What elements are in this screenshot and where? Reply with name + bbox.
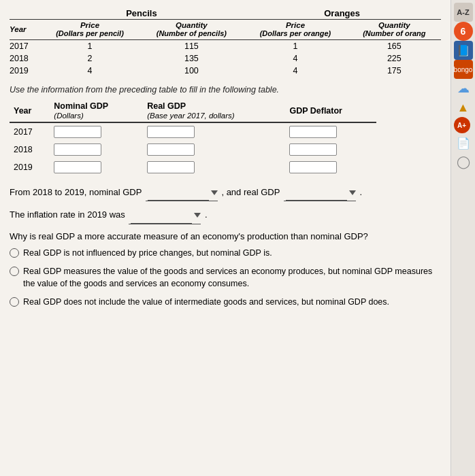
oranges-qty-col-header: Quantity (Number of orang <box>348 20 441 40</box>
gdp-year-header: Year <box>10 100 50 122</box>
radio-circle-icon[interactable] <box>10 248 19 258</box>
oranges-group-header: Oranges <box>243 7 441 20</box>
top-table-row: 2018 2 135 4 225 <box>10 52 441 65</box>
orange-qty-cell: 175 <box>348 65 441 77</box>
orange-price-cell: 4 <box>243 52 347 65</box>
oranges-price-col-header: Price (Dollars per orange) <box>243 20 347 40</box>
pencil-price-cell: 4 <box>40 65 140 77</box>
ap-icon[interactable]: A+ <box>454 117 470 133</box>
cloud-icon[interactable]: ☁ <box>454 79 473 98</box>
gdp-deflator-input[interactable] <box>289 143 337 156</box>
fill-section: From 2018 to 2019, nominal GDP , and rea… <box>10 184 441 224</box>
orange-qty-cell: 225 <box>348 52 441 65</box>
gdp-year-cell: 2017 <box>10 122 50 141</box>
inflation-dropdown[interactable] <box>129 207 201 224</box>
nominal-gdp-input[interactable] <box>54 143 101 156</box>
sentence-inflation: The inflation rate in 2019 was . <box>10 207 441 224</box>
nominal-gdp-input[interactable] <box>54 126 101 138</box>
gdp-table: Year Nominal GDP (Dollars) Real GDP (Bas… <box>10 100 376 176</box>
radio-options: Real GDP is not influenced by price chan… <box>10 247 441 309</box>
year-cell: 2017 <box>10 40 40 53</box>
pencil-price-cell: 1 <box>40 40 140 53</box>
gdp-deflator-cell[interactable] <box>285 158 376 176</box>
real-gdp-cell[interactable] <box>143 158 285 176</box>
year-col-header: Year <box>10 20 40 40</box>
pencil-qty-cell: 135 <box>140 52 243 65</box>
real-gdp-dropdown-btn[interactable] <box>349 190 356 195</box>
gdp-year-cell: 2018 <box>10 141 50 158</box>
radio-option-label: Real GDP is not influenced by price chan… <box>23 247 272 260</box>
nominal-dropdown-arrow-icon <box>211 190 218 195</box>
orange-qty-cell: 165 <box>348 40 441 53</box>
sidebar: A-Z6📘bongo☁▲A+📄◯ <box>451 0 475 476</box>
real-gdp-cell[interactable] <box>143 122 285 141</box>
real-gdp-cell[interactable] <box>143 141 285 158</box>
gdp-table-row: 2018 <box>10 141 376 158</box>
nominal-gdp-dropdown[interactable] <box>146 184 218 201</box>
gdp-deflator-cell[interactable] <box>285 122 376 141</box>
main-content: Pencils Oranges Year Price (Dollars per … <box>0 0 451 476</box>
gdp-table-row: 2019 <box>10 158 376 176</box>
radio-circle-icon[interactable] <box>10 297 19 307</box>
top-data-table: Pencils Oranges Year Price (Dollars per … <box>10 7 441 77</box>
person-icon[interactable]: ◯ <box>454 152 473 171</box>
gdp-deflator-input[interactable] <box>289 126 337 138</box>
triangle-icon[interactable]: ▲ <box>454 98 473 117</box>
real-gdp-header: Real GDP (Base year 2017, dollars) <box>143 100 285 122</box>
orange-price-cell: 1 <box>243 40 347 53</box>
pencil-price-cell: 2 <box>40 52 140 65</box>
inflation-dropdown-btn[interactable] <box>194 213 201 218</box>
nominal-gdp-header: Nominal GDP (Dollars) <box>50 100 143 122</box>
radio-circle-icon[interactable] <box>10 267 19 276</box>
radio-option[interactable]: Real GDP is not influenced by price chan… <box>10 247 441 260</box>
why-question: Why is real GDP a more accurate measure … <box>10 231 441 241</box>
nominal-gdp-cell[interactable] <box>50 122 143 141</box>
instruction-text: Use the information from the preceding t… <box>10 85 441 95</box>
nominal-gdp-dropdown-btn[interactable] <box>211 190 218 195</box>
year-cell: 2018 <box>10 52 40 65</box>
radio-option[interactable]: Real GDP does not include the value of i… <box>10 296 441 309</box>
pencils-price-col-header: Price (Dollars per pencil) <box>40 20 140 40</box>
bongo-icon[interactable]: bongo <box>454 60 473 79</box>
pencils-qty-col-header: Quantity (Number of pencils) <box>140 20 243 40</box>
radio-option[interactable]: Real GDP measures the value of the goods… <box>10 265 441 291</box>
gdp-table-row: 2017 <box>10 122 376 141</box>
pencils-group-header: Pencils <box>40 7 244 20</box>
number-icon[interactable]: 6 <box>454 22 473 41</box>
gdp-year-cell: 2019 <box>10 158 50 176</box>
radio-option-label: Real GDP measures the value of the goods… <box>23 265 441 291</box>
gdp-deflator-cell[interactable] <box>285 141 376 158</box>
gdp-deflator-header: GDP Deflator <box>285 100 376 122</box>
nominal-gdp-cell[interactable] <box>50 158 143 176</box>
year-header-spacer <box>10 7 40 20</box>
top-table-row: 2017 1 115 1 165 <box>10 40 441 53</box>
sentence-nominal-real: From 2018 to 2019, nominal GDP , and rea… <box>10 184 441 201</box>
real-gdp-dropdown[interactable] <box>284 184 356 201</box>
radio-option-label: Real GDP does not include the value of i… <box>23 296 389 309</box>
pencil-qty-cell: 115 <box>140 40 243 53</box>
real-dropdown-arrow-icon <box>349 190 356 195</box>
inflation-dropdown-arrow-icon <box>194 213 201 218</box>
orange-price-cell: 4 <box>243 65 347 77</box>
doc-icon[interactable]: 📄 <box>454 133 473 152</box>
top-table-row: 2019 4 100 4 175 <box>10 65 441 77</box>
real-gdp-input[interactable] <box>147 126 195 138</box>
gdp-deflator-input[interactable] <box>289 161 337 173</box>
pencil-qty-cell: 100 <box>140 65 243 77</box>
nominal-gdp-cell[interactable] <box>50 141 143 158</box>
real-gdp-input[interactable] <box>147 161 195 173</box>
az-icon[interactable]: A-Z <box>454 3 473 22</box>
why-section: Why is real GDP a more accurate measure … <box>10 231 441 309</box>
nominal-gdp-input[interactable] <box>54 161 101 173</box>
book-icon[interactable]: 📘 <box>454 41 473 60</box>
real-gdp-input[interactable] <box>147 143 195 156</box>
year-cell: 2019 <box>10 65 40 77</box>
